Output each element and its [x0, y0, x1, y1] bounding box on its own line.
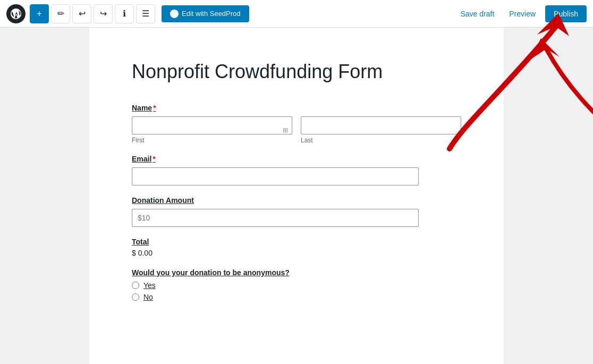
first-name-wrap: ⊞ First [132, 116, 292, 144]
add-block-button[interactable]: + [30, 4, 49, 23]
name-row: ⊞ First Last [132, 116, 461, 144]
redo-icon: ↪ [100, 9, 107, 19]
name-label: Name* [132, 104, 461, 112]
total-value: $ 0.00 [132, 249, 153, 257]
last-name-wrap: Last [301, 116, 461, 144]
menu-button[interactable]: ☰ [136, 4, 155, 23]
total-label: Total [132, 238, 461, 246]
toolbar-left-actions: + ✏ ↩ ↪ ℹ ☰ Edit with SeedProd [30, 4, 455, 23]
undo-button[interactable]: ↩ [72, 4, 91, 23]
anonymous-label: Would you your donation to be anonymous? [132, 268, 461, 277]
yes-option: Yes [132, 281, 461, 290]
main-editor-area: Nonprofit Crowdfunding Form Name* ⊞ Firs… [0, 28, 593, 364]
publish-button[interactable]: Publish [545, 5, 587, 22]
yes-radio[interactable] [132, 282, 139, 289]
email-label: Email* [132, 155, 461, 163]
first-name-hint: First [132, 137, 292, 144]
info-button[interactable]: ℹ [115, 4, 134, 23]
seedprod-icon [170, 10, 179, 18]
annotation-arrow [514, 28, 593, 171]
donation-input[interactable] [132, 209, 419, 227]
email-field-group: Email* [132, 155, 461, 185]
redo-button[interactable]: ↪ [94, 4, 113, 23]
no-option: No [132, 293, 461, 301]
email-input[interactable] [132, 167, 419, 185]
last-name-input[interactable] [301, 116, 461, 134]
anonymous-field-group: Would you your donation to be anonymous?… [132, 268, 461, 301]
edit-with-seedprod-button[interactable]: Edit with SeedProd [162, 5, 249, 22]
name-field-group: Name* ⊞ First Last [132, 104, 461, 144]
tools-button[interactable]: ✏ [51, 4, 70, 23]
donation-field-group: Donation Amount [132, 196, 461, 227]
preview-button[interactable]: Preview [504, 6, 541, 21]
info-icon: ℹ [123, 9, 126, 19]
form-title: Nonprofit Crowdfunding Form [132, 60, 461, 84]
no-radio[interactable] [132, 293, 139, 301]
donation-label: Donation Amount [132, 196, 461, 205]
first-name-input[interactable] [132, 116, 292, 134]
plus-icon: + [37, 9, 41, 19]
undo-icon: ↩ [79, 9, 86, 19]
last-name-hint: Last [301, 137, 461, 144]
pencil-icon: ✏ [57, 9, 64, 19]
total-field-group: Total $ 0.00 [132, 238, 461, 258]
toolbar: + ✏ ↩ ↪ ℹ ☰ Edit with SeedProd Save draf… [0, 0, 593, 28]
menu-icon: ☰ [142, 9, 149, 19]
seedprod-label: Edit with SeedProd [182, 10, 241, 18]
save-draft-button[interactable]: Save draft [455, 6, 499, 21]
no-label[interactable]: No [143, 293, 153, 301]
toolbar-right-actions: Save draft Preview Publish [455, 5, 587, 22]
yes-label[interactable]: Yes [143, 281, 156, 290]
wordpress-logo[interactable] [6, 4, 26, 23]
editor-canvas: Nonprofit Crowdfunding Form Name* ⊞ Firs… [89, 28, 504, 364]
